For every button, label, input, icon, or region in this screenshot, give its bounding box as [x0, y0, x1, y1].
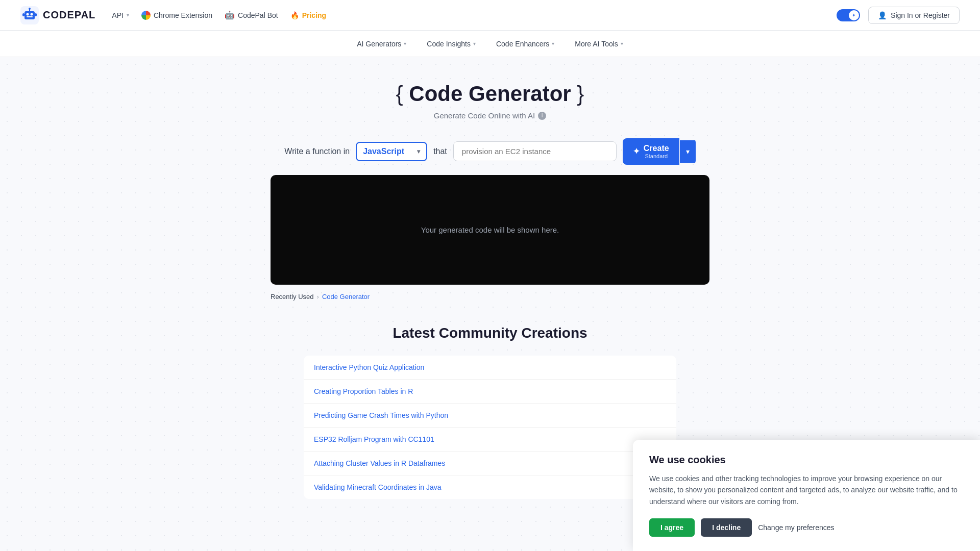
subtitle-text: Generate Code Online with AI — [434, 111, 535, 120]
logo-text: CODEPAL — [43, 9, 95, 21]
sign-in-button[interactable]: 👤 Sign In or Register — [868, 7, 960, 24]
user-icon: 👤 — [878, 11, 887, 19]
community-link-6[interactable]: Validating Minecraft Coordinates in Java — [314, 483, 442, 491]
subnav-item-more-tools[interactable]: More AI Tools ▾ — [575, 40, 623, 48]
community-link-5[interactable]: Attaching Cluster Values in R Dataframes — [314, 459, 445, 467]
list-item[interactable]: Interactive Python Quiz Application — [304, 356, 676, 380]
create-button-labels: Create Standard — [644, 144, 669, 159]
form-middle-label: that — [433, 147, 447, 156]
list-item[interactable]: ESP32 Rolljam Program with CC1101 — [304, 428, 676, 452]
breadcrumb-separator: › — [317, 293, 319, 300]
svg-rect-4 — [27, 16, 33, 17]
toggle-knob — [849, 10, 859, 20]
create-dropdown-button[interactable]: ▾ — [680, 140, 696, 163]
list-item[interactable]: Predicting Game Crash Times with Python — [304, 404, 676, 428]
code-description-input[interactable] — [453, 141, 617, 161]
nav-link-chrome-label: Chrome Extension — [154, 11, 212, 19]
subnav: AI Generators ▾ Code Insights ▾ Code Enh… — [0, 31, 980, 57]
subnav-item-code-insights[interactable]: Code Insights ▾ — [427, 40, 476, 48]
nav-link-bot-label: CodePal Bot — [238, 11, 278, 19]
title-brace-open: { — [396, 82, 409, 106]
chevron-down-icon: ▾ — [127, 12, 129, 18]
sign-in-label: Sign In or Register — [891, 11, 950, 19]
chevron-down-icon: ▾ — [621, 41, 623, 46]
form-prefix-label: Write a function in — [284, 147, 350, 156]
navbar-right: 👤 Sign In or Register — [837, 7, 960, 24]
svg-point-6 — [29, 8, 31, 10]
bot-icon: 🤖 — [225, 10, 235, 20]
subnav-item-ai-generators[interactable]: AI Generators ▾ — [357, 40, 406, 48]
language-select[interactable]: JavaScript ▾ — [356, 142, 427, 161]
subnav-code-enhancers-label: Code Enhancers — [496, 40, 549, 48]
nav-link-api-label: API — [112, 11, 124, 19]
logo-icon — [20, 6, 39, 24]
community-link-4[interactable]: ESP32 Rolljam Program with CC1101 — [314, 435, 434, 443]
svg-rect-7 — [22, 13, 24, 16]
nav-link-chrome[interactable]: Chrome Extension — [141, 11, 212, 20]
chevron-down-icon: ▾ — [404, 41, 406, 46]
info-icon[interactable]: i — [538, 112, 546, 120]
dark-mode-toggle[interactable] — [837, 9, 860, 21]
code-display-area: Your generated code will be shown here. — [271, 175, 709, 285]
create-standard-button[interactable]: ✦ Create Standard — [623, 138, 679, 165]
community-link-2[interactable]: Creating Proportion Tables in R — [314, 387, 413, 395]
cookie-buttons: I agree I decline Change my preferences — [649, 518, 964, 537]
community-link-3[interactable]: Predicting Game Crash Times with Python — [314, 411, 448, 419]
code-placeholder-text: Your generated code will be shown here. — [421, 226, 559, 234]
nav-links: API ▾ Chrome Extension 🤖 CodePal Bot 🔥 P… — [112, 10, 326, 20]
chrome-icon — [141, 11, 151, 20]
create-sub-label: Standard — [644, 153, 669, 159]
svg-rect-8 — [35, 13, 37, 16]
logo[interactable]: CODEPAL — [20, 6, 95, 24]
dropdown-arrow-icon: ▾ — [686, 147, 690, 156]
page-title: { Code Generator } — [396, 82, 584, 106]
svg-rect-1 — [24, 11, 35, 19]
subnav-code-insights-label: Code Insights — [427, 40, 471, 48]
community-title: Latest Community Creations — [260, 325, 720, 341]
list-item[interactable]: Validating Minecraft Coordinates in Java — [304, 475, 676, 499]
create-button-group: ✦ Create Standard ▾ — [623, 138, 696, 165]
list-item[interactable]: Creating Proportion Tables in R — [304, 380, 676, 404]
title-brace-close: } — [571, 82, 584, 106]
flame-icon: 🔥 — [290, 11, 299, 19]
nav-link-pricing[interactable]: 🔥 Pricing — [290, 11, 326, 19]
language-value: JavaScript — [363, 147, 404, 156]
sparkle-icon: ✦ — [633, 146, 640, 156]
nav-link-api[interactable]: API ▾ — [112, 11, 129, 19]
generator-form: Write a function in JavaScript ▾ that ✦ … — [284, 138, 695, 165]
title-main: Code Generator — [409, 82, 571, 106]
svg-point-3 — [31, 13, 33, 15]
nav-link-pricing-label: Pricing — [302, 11, 326, 19]
cookie-agree-button[interactable]: I agree — [649, 518, 695, 537]
svg-point-2 — [27, 13, 29, 15]
community-link-1[interactable]: Interactive Python Quiz Application — [314, 363, 424, 371]
community-list: Interactive Python Quiz Application Crea… — [304, 356, 676, 499]
select-caret-icon: ▾ — [417, 148, 420, 155]
chevron-down-icon: ▾ — [552, 41, 554, 46]
breadcrumb: Recently Used › Code Generator — [271, 293, 709, 300]
page-subtitle: Generate Code Online with AI i — [434, 111, 546, 120]
cookie-title: We use cookies — [649, 454, 964, 466]
breadcrumb-static: Recently Used — [271, 293, 314, 300]
cookie-preferences-button[interactable]: Change my preferences — [758, 523, 834, 532]
navbar-left: CODEPAL API ▾ Chrome Extension 🤖 CodePal… — [20, 6, 326, 24]
cookie-decline-button[interactable]: I decline — [701, 518, 752, 537]
navbar: CODEPAL API ▾ Chrome Extension 🤖 CodePal… — [0, 0, 980, 31]
subnav-item-code-enhancers[interactable]: Code Enhancers ▾ — [496, 40, 554, 48]
list-item[interactable]: Attaching Cluster Values in R Dataframes — [304, 452, 676, 475]
cookie-banner: We use cookies We use cookies and other … — [633, 440, 980, 551]
subnav-ai-generators-label: AI Generators — [357, 40, 401, 48]
subnav-more-tools-label: More AI Tools — [575, 40, 618, 48]
create-main-label: Create — [644, 144, 669, 153]
nav-link-bot[interactable]: 🤖 CodePal Bot — [225, 10, 278, 20]
chevron-down-icon: ▾ — [473, 41, 476, 46]
cookie-text: We use cookies and other tracking techno… — [649, 473, 964, 507]
breadcrumb-link[interactable]: Code Generator — [322, 293, 370, 300]
